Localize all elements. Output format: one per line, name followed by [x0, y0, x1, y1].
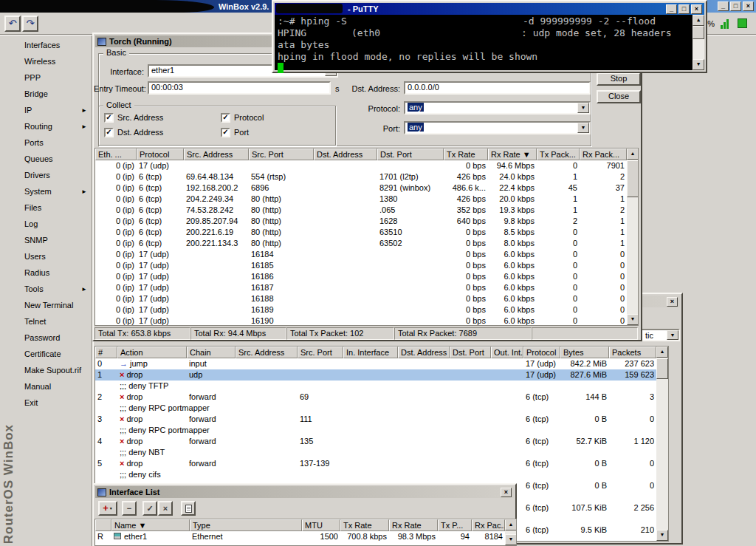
sidebar-item-new-terminal[interactable]: New Terminal	[18, 297, 92, 313]
scrollbar-thumb[interactable]	[693, 26, 704, 39]
sidebar-item-routing[interactable]: Routing►	[18, 118, 92, 134]
redo-button[interactable]: ↷	[22, 16, 38, 32]
table-row[interactable]: 0 (ip)6 (tcp)200.221.134.380 (http)63502…	[95, 238, 627, 249]
sidebar-item-users[interactable]: Users	[18, 248, 92, 265]
entry-timeout-input[interactable]: 00:00:03	[148, 81, 331, 95]
scroll-down-button[interactable]: ▼	[627, 314, 639, 325]
disable-button[interactable]: ×	[158, 501, 173, 516]
scrollbar-thumb[interactable]	[627, 160, 639, 197]
column-header[interactable]: Tx P...	[438, 519, 472, 531]
sidebar-item-radius[interactable]: Radius	[18, 265, 92, 281]
table-row[interactable]: ;;; deny TFTP	[95, 381, 656, 392]
add-button[interactable]: + ▼	[98, 501, 117, 516]
scrollbar[interactable]: ▲ ▼	[693, 15, 704, 70]
column-header[interactable]	[95, 519, 111, 531]
sidebar-item-system[interactable]: System►	[18, 183, 92, 199]
column-header[interactable]: Chain	[187, 347, 236, 358]
column-header[interactable]: Out. Int...	[491, 347, 523, 358]
scroll-up-button[interactable]: ▲	[505, 519, 517, 530]
column-header[interactable]: Dst. Address	[314, 149, 377, 160]
table-row[interactable]: 4×dropforward1356 (tcp)52.7 KiB1 120	[95, 436, 656, 447]
remove-button[interactable]: −	[122, 501, 137, 516]
table-row[interactable]: 1×dropudp17 (udp)827.6 MiB159 623	[95, 369, 656, 381]
column-header[interactable]: Src. Port	[249, 149, 314, 160]
interface-list-titlebar[interactable]: Interface List ×	[95, 486, 514, 498]
table-row[interactable]: 5×dropforward137-1396 (tcp)0 B0	[95, 458, 656, 469]
undo-button[interactable]: ↶	[4, 16, 21, 32]
protocol-checkbox[interactable]: ✓ Protocol	[221, 112, 264, 123]
table-row[interactable]: 0 (ip)6 (tcp)209.85.207.9480 (http)16286…	[95, 216, 627, 227]
column-header[interactable]: Protocol	[523, 347, 560, 358]
table-row[interactable]: 0 (ip)17 (udp)0 bps94.6 Mbps07901	[95, 160, 627, 171]
chevron-down-icon[interactable]: ▼	[667, 330, 678, 340]
table-row[interactable]: ;;; deny RPC portmapper	[95, 403, 656, 414]
table-row[interactable]: ;;; deny cifs	[95, 469, 656, 480]
scroll-up-button[interactable]: ▲	[693, 15, 704, 26]
scrollbar-thumb[interactable]	[656, 358, 668, 379]
close-button[interactable]: ×	[667, 297, 678, 307]
sidebar-item-make-supout-rif[interactable]: Make Supout.rif	[18, 362, 92, 378]
table-row[interactable]: 0 (ip)17 (udp)161890 bps6.0 kbps00	[95, 304, 627, 315]
scrollbar[interactable]: ▲ ▼	[627, 149, 639, 325]
maximize-button[interactable]: □	[730, 1, 741, 11]
column-header[interactable]: Rx Pack...	[580, 149, 627, 160]
table-row[interactable]: 0→jumpinput17 (udp)842.2 MiB237 623	[95, 358, 656, 369]
src-address-checkbox[interactable]: ✓ Src. Address	[104, 112, 163, 123]
column-header[interactable]: Bytes	[560, 347, 609, 358]
sidebar-item-exit[interactable]: Exit	[18, 395, 92, 411]
protocol-dropdown[interactable]: any ▼	[404, 101, 591, 115]
sidebar-item-log[interactable]: Log	[18, 216, 92, 232]
column-header[interactable]: Rx Rate	[389, 519, 438, 531]
close-button[interactable]: ×	[691, 4, 702, 14]
column-header[interactable]: In. Interface	[343, 347, 398, 358]
column-header[interactable]: Tx Rate	[340, 519, 389, 531]
chevron-down-icon[interactable]: ▼	[577, 103, 589, 113]
table-row[interactable]: 0 (ip)17 (udp)161870 bps6.0 kbps00	[95, 282, 627, 293]
stop-button[interactable]: Stop	[597, 72, 641, 86]
sidebar-item-bridge[interactable]: Bridge	[18, 86, 92, 102]
column-header[interactable]: Dst. Address	[398, 347, 450, 358]
scroll-down-button[interactable]: ▼	[656, 530, 668, 541]
scroll-down-button[interactable]: ▼	[693, 59, 704, 70]
table-row[interactable]: 3×dropforward1116 (tcp)0 B0	[95, 414, 656, 425]
sidebar-item-drivers[interactable]: Drivers	[18, 167, 92, 183]
maximize-button[interactable]: □	[678, 4, 690, 14]
table-row[interactable]: 0 (ip)6 (tcp)200.221.6.1980 (http)635100…	[95, 227, 627, 238]
column-header[interactable]: Tx Pack...	[537, 149, 580, 160]
column-header[interactable]: Dst. Port	[450, 347, 491, 358]
minimize-button[interactable]: _	[718, 1, 729, 11]
table-row[interactable]: 0 (ip)17 (udp)161900 bps6.0 kbps00	[95, 315, 627, 326]
table-row[interactable]: 0 (ip)6 (tcp)204.2.249.3480 (http)138042…	[95, 194, 627, 205]
scroll-down-button[interactable]: ▼	[505, 534, 517, 545]
close-button[interactable]: Close	[597, 90, 641, 103]
minimize-button[interactable]: _	[666, 4, 677, 14]
dst-address-input[interactable]: 0.0.0.0/0	[404, 81, 591, 95]
table-row[interactable]: 0 (ip)6 (tcp)69.64.48.134554 (rtsp)1701 …	[95, 171, 627, 182]
comment-button[interactable]	[181, 501, 196, 516]
column-header[interactable]: Dst. Port	[377, 149, 444, 160]
sidebar-item-tools[interactable]: Tools►	[18, 281, 92, 297]
table-row[interactable]: 0 (ip)17 (udp)161880 bps6.0 kbps00	[95, 293, 627, 304]
scrollbar[interactable]: ▲ ▼	[656, 347, 668, 541]
sidebar-item-telnet[interactable]: Telnet	[18, 313, 92, 330]
sidebar-item-password[interactable]: Password	[18, 330, 92, 346]
sidebar-item-queues[interactable]: Queues	[18, 151, 92, 167]
column-header[interactable]: Src. Address	[236, 347, 298, 358]
enable-button[interactable]: ✓	[142, 501, 157, 516]
column-header[interactable]: Src. Port	[298, 347, 343, 358]
sidebar-item-ip[interactable]: IP►	[18, 102, 92, 118]
column-header[interactable]: Type	[190, 519, 302, 531]
column-header[interactable]: Rx Rate ▼	[488, 149, 537, 160]
sidebar-item-ports[interactable]: Ports	[18, 134, 92, 151]
table-row[interactable]: 0 (ip)6 (tcp)192.168.200.268968291 (winb…	[95, 182, 627, 194]
table-row[interactable]: Rether1Ethernet1500700.8 kbps98.3 Mbps94…	[95, 531, 505, 542]
sidebar-item-wireless[interactable]: Wireless	[18, 53, 92, 69]
close-button[interactable]: ×	[501, 488, 512, 497]
table-row[interactable]: 0 (ip)17 (udp)161850 bps6.0 kbps00	[95, 260, 627, 271]
sidebar-item-manual[interactable]: Manual	[18, 378, 92, 395]
chevron-down-icon[interactable]: ▼	[577, 123, 589, 133]
close-button[interactable]: ×	[743, 1, 754, 11]
table-row[interactable]: ;;; deny RPC portmapper	[95, 425, 656, 436]
column-header[interactable]: Src. Address	[184, 149, 249, 160]
scroll-up-button[interactable]: ▲	[656, 347, 668, 358]
